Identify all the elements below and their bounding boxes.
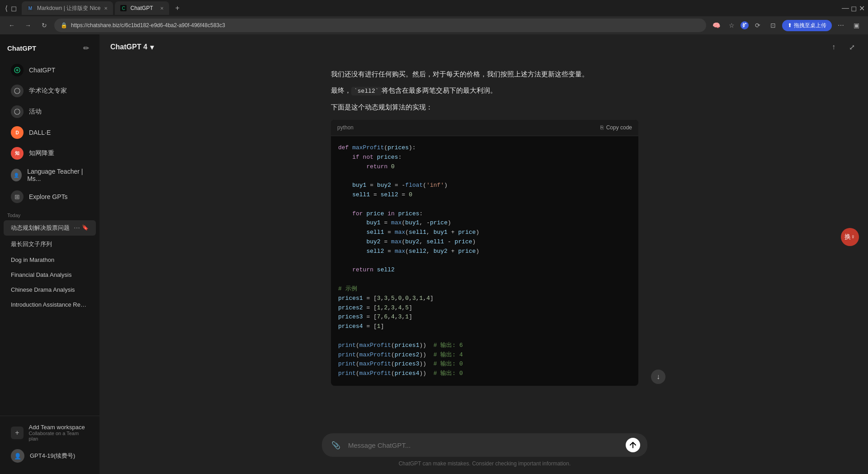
chat-bookmark-icon[interactable]: 🔖 [82,224,89,232]
back-button[interactable]: ← [5,19,18,32]
chat-item-stock-label: 动态规划解决股票问题 [11,224,70,232]
message-text-2: 最终，`sell2`将包含在最多两笔交易下的最大利润。 [331,85,638,96]
extension-badge[interactable]: 扩 [741,21,749,29]
tab-chatgpt[interactable]: C ChatGPT ✕ [115,1,169,15]
chatgpt-nav-label: ChatGPT [29,66,55,74]
explore-gpts-nav-icon: ⊞ [11,190,24,203]
split-icon[interactable]: ⊡ [767,19,779,32]
forward-button[interactable]: → [22,19,34,32]
chat-header: ChatGPT 4 ▾ ↑ ⤢ [101,34,868,60]
chat-title-text: ChatGPT 4 [110,43,147,51]
chat-item-intro-assist[interactable]: Introduction Assistance Request [4,298,96,312]
today-section-label: Today [0,207,99,220]
chat-more-icon[interactable]: ⋯ [74,224,80,232]
user-avatar-bubble[interactable]: 换♀ [841,228,859,246]
action-label: 拖拽至桌上传 [794,22,826,29]
sidebar-footer: + Add Team workspace Collaborate on a Te… [0,416,99,470]
send-button[interactable] [626,438,640,452]
chatgpt-tab-label: ChatGPT [130,5,156,11]
chat-item-financial[interactable]: Financial Data Analysis [4,268,96,282]
message-text-3: 下面是这个动态规划算法的实现： [331,102,638,113]
svg-point-1 [14,88,20,94]
add-team-item[interactable]: + Add Team workspace Collaborate on a Te… [4,420,96,445]
user-profile-item[interactable]: 👤 GPT4-19(续费号) [4,446,96,466]
code-header: python ⎘ Copy code [331,120,638,136]
chatgpt-tab-close[interactable]: ✕ [160,6,164,11]
toolbar-icons: 🧠 ☆ 扩 ⟳ ⊡ ⬆ 拖拽至桌上传 ⋯ ▣ [710,19,863,32]
sidebar-item-dalle[interactable]: D DALL·E [4,123,96,142]
language-teacher-nav-icon: 👤 [11,169,22,181]
tab-markdown[interactable]: M Markdown | 让排版变 Nice ✕ [22,1,113,15]
upload-button[interactable]: ↑ [826,40,841,54]
send-icon [630,442,636,448]
main-content: ChatGPT 4 ▾ ↑ ⤢ 我们还没有进行任何购买。然后，对于每天的价格，我… [101,34,868,474]
sidebar-item-academic[interactable]: 学术论文专家 [4,81,96,101]
sidebar-edit-button[interactable]: ✏ [80,42,92,54]
url-text: https://chatshare.biz/c/6c1bd182-e9d6-4b… [71,22,700,28]
new-tab-button[interactable]: + [171,2,184,14]
markdown-tab-close[interactable]: ✕ [104,6,108,11]
chat-item-dog-marathon[interactable]: Dog in Marathon [4,253,96,267]
chatgpt-nav-icon [11,64,24,76]
sidebar-item-zhiwang[interactable]: 知 知网降重 [4,143,96,163]
message-input[interactable] [348,441,620,449]
message-text-1: 我们还没有进行任何购买。然后，对于每天的价格，我们按照上述方法更新这些变量。 [331,69,638,80]
browser-chrome: ⟨ ◻ M Markdown | 让排版变 Nice ✕ C ChatGPT ✕… [0,0,868,34]
activity-nav-icon [11,105,24,118]
chat-title-chevron: ▾ [150,43,154,52]
action-icon: ⬆ [788,22,792,28]
address-bar-row: ← → ↻ 🔒 https://chatshare.biz/c/6c1bd182… [0,16,868,34]
lock-icon: 🔒 [61,22,67,28]
close-button[interactable]: ✕ [859,5,864,11]
add-team-icon: + [11,427,24,439]
win-btn-new-tab[interactable]: ◻ [11,5,16,11]
chat-header-actions: ↑ ⤢ [826,40,859,54]
activity-nav-label: 活动 [29,108,42,116]
star-icon[interactable]: ☆ [725,19,738,32]
window-controls: — ◻ ✕ [843,5,864,11]
input-box: 📎 [322,433,647,457]
chat-item-chinese-drama-label: Chinese Drama Analysis [11,286,89,293]
dalle-nav-label: DALL·E [29,129,51,136]
copy-code-button[interactable]: ⎘ Copy code [600,123,632,132]
add-team-sub: Collaborate on a Team plan [29,431,89,441]
refresh-icon[interactable]: ⟳ [751,19,764,32]
language-teacher-nav-label: Language Teacher | Ms... [27,168,89,182]
expand-button[interactable]: ⤢ [844,40,859,54]
scroll-down-button[interactable]: ↓ [651,370,665,384]
academic-nav-label: 学术论文专家 [29,87,67,95]
input-area: 📎 ChatGPT can make mistakes. Consider ch… [101,426,868,474]
chat-item-stock[interactable]: 动态规划解决股票问题 ⋯ 🔖 [4,220,96,236]
messages-area[interactable]: 我们还没有进行任何购买。然后，对于每天的价格，我们按照上述方法更新这些变量。 最… [101,60,868,426]
chat-item-longest[interactable]: 最长回文子序列 [4,237,96,252]
dalle-nav-icon: D [11,126,24,139]
attach-button[interactable]: 📎 [329,438,343,452]
address-bar[interactable]: 🔒 https://chatshare.biz/c/6c1bd182-e9d6-… [54,19,706,32]
zhiwang-nav-label: 知网降重 [29,149,54,157]
user-label: GPT4-19(续费号) [30,452,75,460]
sidebar-item-explore-gpts[interactable]: ⊞ Explore GPTs [4,187,96,207]
sidebar: ChatGPT ✏ ChatGPT 学术论文专家 活动 D [0,34,99,474]
chat-item-dog-marathon-label: Dog in Marathon [11,256,89,263]
app-container: ChatGPT ✏ ChatGPT 学术论文专家 活动 D [0,34,868,474]
copy-icon: ⎘ [600,123,604,132]
sidebar-item-chatgpt[interactable]: ChatGPT [4,60,96,80]
win-btn-back[interactable]: ⟨ [4,5,9,11]
tab-bar: ⟨ ◻ M Markdown | 让排版变 Nice ✕ C ChatGPT ✕… [0,0,868,16]
zhiwang-nav-icon: 知 [11,147,24,160]
cogai-icon[interactable]: 🧠 [710,19,722,32]
refresh-button[interactable]: ↻ [38,19,51,32]
more-icon[interactable]: ⋯ [835,19,847,32]
chat-item-stock-actions: ⋯ 🔖 [74,224,89,232]
minimize-button[interactable]: — [843,5,848,11]
sidebar-item-language-teacher[interactable]: 👤 Language Teacher | Ms... [4,164,96,186]
sidebar-toggle-icon[interactable]: ▣ [850,19,863,32]
maximize-button[interactable]: ◻ [851,5,856,11]
add-team-text: Add Team workspace Collaborate on a Team… [29,424,89,441]
chat-title[interactable]: ChatGPT 4 ▾ [110,43,154,52]
chat-item-chinese-drama[interactable]: Chinese Drama Analysis [4,283,96,297]
sidebar-item-activity[interactable]: 活动 [4,102,96,122]
sidebar-title: ChatGPT [7,44,36,52]
chat-item-financial-label: Financial Data Analysis [11,271,89,278]
action-button[interactable]: ⬆ 拖拽至桌上传 [782,20,832,31]
